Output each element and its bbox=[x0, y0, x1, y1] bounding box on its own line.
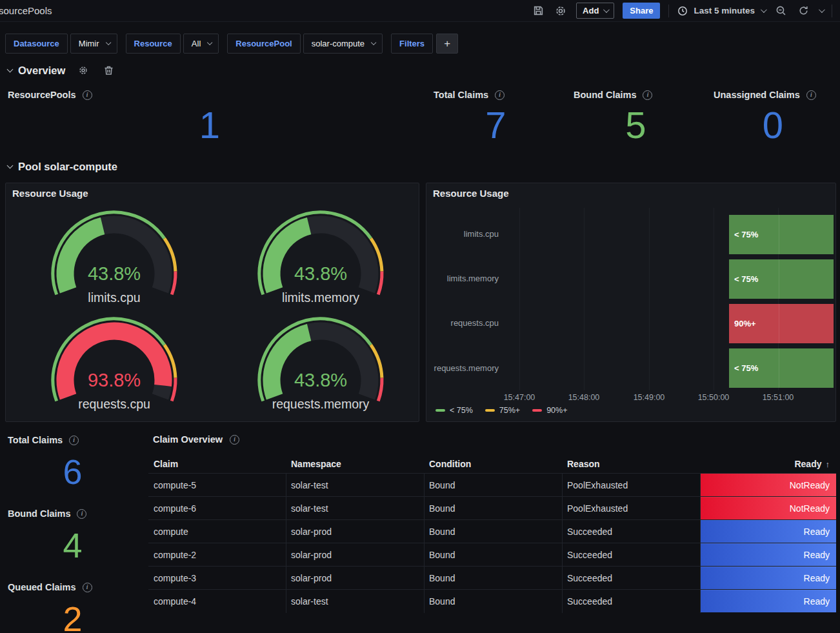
info-icon[interactable]: i bbox=[77, 509, 86, 519]
stat-title: Bound Claimsi bbox=[8, 508, 86, 519]
share-button[interactable]: Share bbox=[623, 3, 660, 19]
timeline-row-label: limits.cpu bbox=[429, 229, 499, 239]
legend-label: 75%+ bbox=[499, 406, 520, 415]
timeline-axis-tick: 15:47:00 bbox=[492, 393, 546, 402]
stat-title: Total Claimsi bbox=[434, 90, 505, 100]
zoom-out-icon[interactable] bbox=[774, 4, 788, 18]
cell-condition: Bound bbox=[424, 520, 562, 543]
cell-reason: PoolExhausted bbox=[562, 497, 700, 519]
cell-claim: compute-2 bbox=[148, 543, 286, 566]
table-column-divider bbox=[286, 473, 286, 613]
timeline-state-bar: < 75% bbox=[729, 215, 834, 254]
stat-value: 6 bbox=[0, 445, 145, 499]
panel-title[interactable]: Resource Usage bbox=[12, 188, 88, 199]
panel-resource-usage-gauges: Resource Usage 43.8%limits.cpu43.8%limit… bbox=[5, 183, 419, 422]
column-header-label: Reason bbox=[567, 459, 600, 469]
cell-condition: Bound bbox=[424, 543, 562, 566]
timeline-state-label: < 75% bbox=[734, 274, 758, 284]
stat-value: 0 bbox=[706, 99, 840, 150]
cell-reason: Succeeded bbox=[562, 520, 700, 543]
timeline-gridline-overlay bbox=[779, 259, 779, 299]
variable-label[interactable]: ResourcePool bbox=[227, 34, 300, 54]
chevron-down-icon bbox=[603, 6, 610, 13]
column-header-namespace[interactable]: Namespace bbox=[286, 459, 424, 469]
row-header-overview[interactable]: Overview bbox=[8, 63, 115, 77]
stat-title: Queued Claimsi bbox=[8, 582, 92, 592]
gauge-label: limits.cpu bbox=[88, 290, 140, 305]
info-icon[interactable]: i bbox=[83, 90, 92, 100]
cell-namespace: solar-prod bbox=[286, 567, 424, 589]
legend-swatch bbox=[435, 409, 445, 412]
cell-condition: Bound bbox=[424, 590, 562, 612]
filters-button[interactable]: Filters bbox=[391, 34, 433, 54]
info-icon[interactable]: i bbox=[230, 435, 239, 445]
stat-title-text: Queued Claims bbox=[8, 582, 76, 592]
stat-panel-queued-claims: Queued Claimsi2 bbox=[0, 576, 145, 633]
stat-panel-bound-claims: Bound Claimsi5 bbox=[566, 84, 706, 150]
cell-ready: NotReady bbox=[700, 474, 836, 496]
settings-gear-icon[interactable] bbox=[554, 4, 568, 18]
variable-label[interactable]: Datasource bbox=[5, 34, 68, 54]
stat-panel-resourcepools: ResourcePoolsi1 bbox=[0, 84, 419, 150]
cell-namespace: solar-test bbox=[286, 497, 424, 519]
stat-title-text: Total Claims bbox=[434, 90, 488, 100]
stat-title-text: Unassigned Claims bbox=[714, 90, 800, 100]
table-column-divider bbox=[700, 473, 701, 613]
legend-item[interactable]: 75%+ bbox=[485, 406, 520, 415]
info-icon[interactable]: i bbox=[83, 583, 92, 592]
variable-value-dropdown[interactable]: Mimir bbox=[70, 34, 117, 54]
row-settings-gear-icon[interactable] bbox=[76, 63, 90, 77]
timeline-row-label: limits.memory bbox=[429, 274, 499, 283]
row-header-pool[interactable]: Pool solar-compute bbox=[8, 161, 117, 173]
cell-reason: PoolExhausted bbox=[562, 474, 700, 496]
variable-value-dropdown[interactable]: All bbox=[183, 34, 219, 54]
cell-ready: Ready bbox=[700, 520, 836, 543]
cell-ready: Ready bbox=[700, 590, 836, 612]
column-header-label: Condition bbox=[429, 459, 471, 469]
gauge-limits.memory: 43.8%limits.memory bbox=[253, 210, 388, 306]
info-icon[interactable]: i bbox=[495, 90, 505, 100]
info-icon[interactable]: i bbox=[643, 90, 652, 100]
cell-claim: compute bbox=[148, 520, 286, 543]
time-range-picker[interactable]: Last 5 minutes bbox=[677, 6, 765, 16]
column-header-label: Claim bbox=[154, 459, 178, 469]
variable-value-dropdown[interactable]: solar-compute bbox=[303, 34, 383, 54]
stat-panel-bound-claims: Bound Claimsi4 bbox=[0, 503, 145, 572]
cell-ready: Ready bbox=[700, 543, 836, 566]
add-filter-button[interactable]: + bbox=[436, 34, 458, 54]
variable-value-text: Mimir bbox=[79, 39, 99, 48]
info-icon[interactable]: i bbox=[69, 436, 79, 445]
variable-label[interactable]: Resource bbox=[126, 34, 181, 54]
row-delete-trash-icon[interactable] bbox=[101, 63, 115, 77]
timeline-gridline-overlay bbox=[779, 348, 779, 388]
stat-value: 1 bbox=[0, 99, 419, 150]
collapse-chevron-icon bbox=[7, 66, 14, 72]
legend-item[interactable]: < 75% bbox=[435, 406, 473, 415]
column-header-reason[interactable]: Reason bbox=[562, 459, 700, 469]
refresh-interval-chevron-icon[interactable] bbox=[819, 6, 825, 13]
collapse-chevron-icon bbox=[7, 163, 14, 169]
stat-panel-unassigned-claims: Unassigned Claimsi0 bbox=[706, 84, 840, 150]
variables-row: DatasourceMimirResourceAllResourcePoolso… bbox=[5, 34, 458, 54]
info-icon[interactable]: i bbox=[806, 90, 816, 100]
panel-title[interactable]: Claim Overview bbox=[153, 434, 223, 445]
column-header-ready[interactable]: Ready↑ bbox=[700, 459, 836, 469]
variable-group-datasource: DatasourceMimir bbox=[5, 34, 117, 54]
save-icon[interactable] bbox=[531, 4, 545, 18]
chevron-down-icon bbox=[207, 39, 212, 45]
table-column-divider bbox=[424, 473, 425, 613]
add-button[interactable]: Add bbox=[576, 3, 614, 19]
refresh-icon[interactable] bbox=[796, 4, 810, 18]
column-header-condition[interactable]: Condition bbox=[424, 459, 562, 469]
time-range-label: Last 5 minutes bbox=[694, 6, 755, 15]
table-header-row: ClaimNamespaceConditionReasonReady↑ bbox=[148, 455, 836, 473]
divider bbox=[668, 5, 669, 17]
column-header-claim[interactable]: Claim bbox=[148, 459, 286, 469]
panel-title[interactable]: Resource Usage bbox=[433, 188, 509, 199]
stat-panel-total-claims: Total Claimsi7 bbox=[426, 84, 566, 150]
timeline-state-label: < 75% bbox=[734, 363, 758, 373]
timeline-gridline bbox=[649, 208, 650, 390]
stat-value: 7 bbox=[426, 99, 566, 150]
chevron-down-icon bbox=[105, 39, 110, 45]
legend-item[interactable]: 90%+ bbox=[532, 406, 567, 415]
